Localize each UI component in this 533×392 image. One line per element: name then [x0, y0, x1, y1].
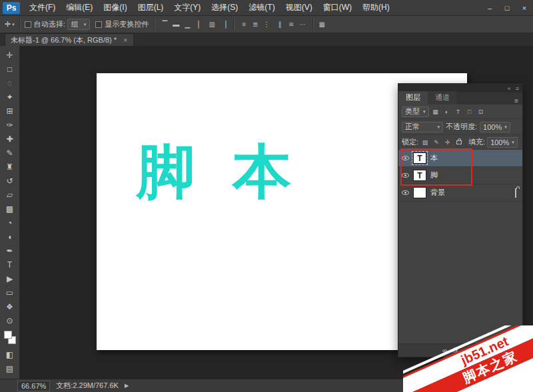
opacity-dropdown[interactable]: 100% ▾	[480, 122, 510, 132]
minimize-button[interactable]: –	[481, 0, 498, 15]
link-layers-icon[interactable]: ∞	[442, 347, 447, 354]
show-transform-checkbox[interactable]	[95, 21, 102, 28]
close-button[interactable]: ×	[516, 0, 533, 15]
blur-tool[interactable]: ◔	[2, 216, 18, 230]
lock-position-icon[interactable]: ✛	[443, 138, 452, 147]
align-bottom-icon[interactable]: ▁	[182, 19, 193, 30]
menu-image[interactable]: 图像(I)	[98, 0, 132, 15]
healing-brush-tool[interactable]: ✚	[2, 132, 18, 146]
layer-row-ben[interactable]: T 本	[398, 150, 522, 167]
history-brush-tool[interactable]: ↺	[2, 174, 18, 188]
text-layer-thumbnail[interactable]: T	[413, 152, 426, 164]
blend-mode-dropdown[interactable]: 正常 ▾	[402, 122, 443, 132]
layer-row-jiao[interactable]: T 脚	[398, 167, 522, 184]
current-tool-icon[interactable]: ✛ ▾	[3, 20, 16, 29]
document-tab[interactable]: 未标题-1 @ 66.7% (本, RGB/8) * ×	[5, 33, 134, 46]
separator	[312, 19, 313, 31]
background-layer-thumbnail[interactable]	[413, 187, 426, 198]
visibility-eye-icon[interactable]	[402, 190, 409, 195]
lock-all-icon[interactable]	[454, 138, 464, 147]
visibility-eye-icon[interactable]	[402, 156, 409, 160]
add-layer-mask-icon[interactable]: ◎	[464, 347, 470, 354]
tool-preset-arrow-icon: ▾	[12, 22, 15, 27]
distribute-vcenter-icon[interactable]: ≣	[250, 19, 261, 30]
panel-menu-icon[interactable]: ≡	[514, 97, 522, 104]
eraser-tool[interactable]: ▱	[2, 188, 18, 202]
type-tool[interactable]: T	[2, 258, 18, 272]
canvas-text: 脚 本	[137, 142, 291, 201]
quick-selection-tool[interactable]: ✦	[2, 90, 18, 104]
new-layer-icon[interactable]: ⊞	[500, 347, 505, 354]
color-swatches[interactable]	[2, 329, 18, 345]
visibility-eye-icon[interactable]	[402, 173, 409, 178]
menu-select[interactable]: 选择(S)	[206, 0, 243, 15]
text-layer-thumbnail[interactable]: T	[413, 170, 426, 181]
menu-view[interactable]: 视图(V)	[280, 0, 318, 15]
dodge-tool[interactable]: ◖	[2, 230, 18, 244]
brush-tool[interactable]: ✎	[2, 146, 18, 160]
zoom-level-field[interactable]: 66.67%	[17, 381, 50, 391]
move-tool[interactable]: ✛	[2, 48, 18, 62]
fill-dropdown[interactable]: 100% ▾	[487, 137, 518, 148]
auto-select-dropdown[interactable]: 组 ▾	[67, 19, 91, 30]
align-left-icon[interactable]: ▏	[195, 19, 206, 30]
delete-layer-icon[interactable]	[511, 347, 516, 353]
align-hcenter-icon[interactable]: ▥	[207, 19, 217, 30]
lasso-tool[interactable]: ◌	[2, 76, 18, 90]
blend-mode-value: 正常	[405, 122, 420, 132]
status-menu-arrow-icon[interactable]: ▶	[125, 383, 129, 389]
distribute-right-icon[interactable]: ⋯	[297, 19, 308, 30]
pen-tool[interactable]: ✒	[2, 244, 18, 258]
layer-name[interactable]: 本	[430, 153, 438, 163]
crop-tool[interactable]: ⊞	[2, 104, 18, 118]
menu-window[interactable]: 窗口(W)	[318, 0, 357, 15]
distribute-hcenter-icon[interactable]: ≋	[286, 19, 296, 30]
panel-header-menu-icon[interactable]: ≡	[516, 85, 519, 92]
marquee-tool[interactable]: □	[2, 62, 18, 76]
filter-type-layers-icon[interactable]: T	[454, 107, 463, 116]
menu-help[interactable]: 帮助(H)	[357, 0, 395, 15]
align-top-icon[interactable]: ▔	[159, 19, 170, 30]
distribute-left-icon[interactable]: ∥	[274, 19, 285, 30]
menu-file[interactable]: 文件(F)	[24, 0, 61, 15]
tab-channels[interactable]: 通道	[428, 91, 457, 104]
layer-name[interactable]: 脚	[430, 170, 438, 180]
auto-align-layers-icon[interactable]: ▦	[316, 19, 327, 30]
distribute-top-icon[interactable]: ≡	[239, 19, 249, 30]
filter-type-label: 类型	[405, 106, 420, 116]
rectangle-tool[interactable]: ▭	[2, 286, 18, 299]
collapse-panels-icon[interactable]: «	[508, 85, 511, 92]
menu-edit[interactable]: 编辑(E)	[61, 0, 98, 15]
new-group-icon[interactable]	[486, 348, 494, 353]
menu-layer[interactable]: 图层(L)	[133, 0, 169, 15]
clone-stamp-tool[interactable]: ♜	[2, 160, 18, 174]
lock-transparency-icon[interactable]: ▨	[420, 138, 430, 147]
maximize-button[interactable]: □	[498, 0, 516, 15]
align-vcenter-icon[interactable]: ▬	[171, 19, 181, 30]
filter-pixel-layers-icon[interactable]: ▦	[431, 107, 440, 116]
filter-smart-objects-icon[interactable]: ⊡	[476, 107, 486, 116]
layer-style-icon[interactable]: fx	[453, 347, 458, 354]
tab-close-icon[interactable]: ×	[123, 36, 127, 44]
auto-select-checkbox[interactable]	[25, 21, 31, 28]
screen-mode-button[interactable]: ▤	[2, 361, 18, 375]
quick-mask-button[interactable]: ◧	[2, 347, 18, 361]
filter-adjustment-layers-icon[interactable]: ◐	[442, 107, 452, 116]
align-right-icon[interactable]: ▕	[218, 19, 229, 30]
hand-tool[interactable]: ❖	[2, 299, 18, 313]
gradient-tool[interactable]: ▩	[2, 202, 18, 216]
filter-type-dropdown[interactable]: 类型 ▾	[402, 106, 429, 117]
zoom-tool[interactable]: ⊙	[2, 313, 18, 327]
menu-filter[interactable]: 滤镜(T)	[243, 0, 280, 15]
menu-type[interactable]: 文字(Y)	[169, 0, 206, 15]
layer-name[interactable]: 背景	[430, 188, 445, 198]
foreground-color-swatch[interactable]	[4, 331, 12, 339]
adjustment-layer-icon[interactable]: ◐	[476, 347, 480, 354]
tab-layers[interactable]: 图层	[398, 91, 428, 104]
distribute-bottom-icon[interactable]: ⋮	[261, 19, 272, 30]
eyedropper-tool[interactable]: ✑	[2, 118, 18, 132]
lock-pixels-icon[interactable]: ✎	[432, 138, 441, 147]
layer-row-background[interactable]: 背景	[398, 184, 522, 202]
path-selection-tool[interactable]: ▶	[2, 272, 18, 286]
filter-shape-layers-icon[interactable]: □	[465, 107, 474, 116]
